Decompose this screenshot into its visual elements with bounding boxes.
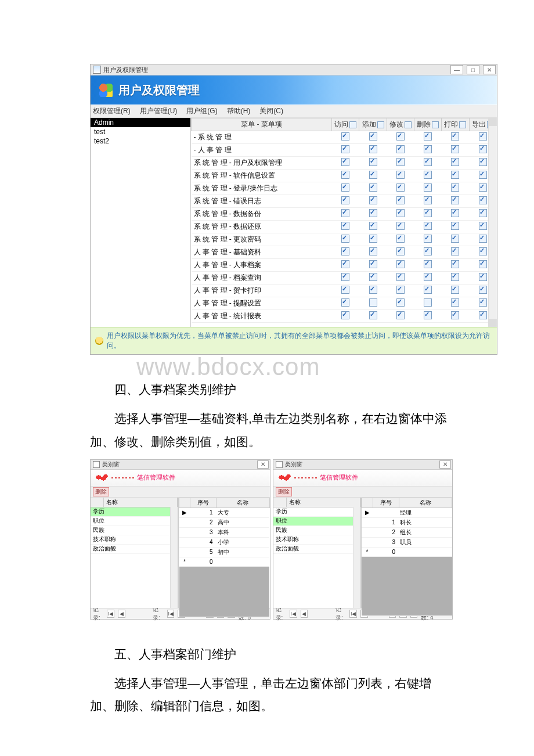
checkbox-icon[interactable] (396, 132, 405, 141)
permission-checkbox-cell[interactable] (359, 233, 387, 246)
value-row[interactable]: 1 科长 (362, 517, 452, 527)
permission-checkbox-cell[interactable] (387, 170, 414, 182)
permission-checkbox-cell[interactable] (332, 170, 359, 182)
checkbox-icon[interactable] (451, 298, 459, 307)
checkbox-icon[interactable] (341, 132, 349, 141)
checkbox-icon[interactable] (479, 298, 487, 307)
permission-checkbox-cell[interactable] (332, 272, 359, 285)
col-name-header[interactable]: 名称 (104, 498, 178, 507)
permission-checkbox-cell[interactable] (359, 259, 387, 272)
permission-checkbox-cell[interactable] (414, 285, 442, 297)
permission-checkbox-cell[interactable] (387, 285, 414, 297)
checkbox-icon[interactable] (369, 171, 377, 179)
delete-button[interactable]: 删除 (93, 487, 109, 496)
permission-checkbox-cell[interactable] (332, 310, 359, 323)
permission-checkbox-cell[interactable] (359, 272, 387, 285)
permission-checkbox-cell[interactable] (332, 233, 359, 246)
permission-checkbox-cell[interactable] (414, 310, 442, 323)
nav-first-button[interactable]: I◀ (290, 610, 297, 618)
checkbox-icon[interactable] (451, 273, 459, 281)
col-visit[interactable]: 访问 (332, 118, 359, 131)
value-row[interactable]: 4 小学 (179, 537, 270, 547)
checkbox-icon[interactable] (479, 222, 487, 230)
permission-checkbox-cell[interactable] (414, 221, 442, 233)
menu-help[interactable]: 帮助(H) (227, 106, 251, 116)
permission-checkbox-cell[interactable] (359, 310, 387, 323)
checkbox-icon[interactable] (479, 145, 487, 153)
checkbox-icon[interactable] (341, 273, 349, 281)
permission-checkbox-cell[interactable] (414, 246, 442, 259)
permission-checkbox-cell[interactable] (359, 144, 387, 157)
category-item[interactable]: 职位 (91, 517, 178, 526)
permission-checkbox-cell[interactable] (359, 157, 387, 170)
checkbox-icon[interactable] (369, 235, 377, 243)
checkbox-icon[interactable] (451, 235, 459, 243)
checkbox-icon[interactable] (341, 209, 349, 217)
permission-checkbox-cell[interactable] (359, 131, 387, 144)
permission-checkbox-cell[interactable] (442, 208, 469, 221)
permission-checkbox-cell[interactable] (442, 195, 469, 208)
nav-first-button-2[interactable]: I◀ (349, 610, 357, 618)
permission-checkbox-cell[interactable] (442, 259, 469, 272)
checkbox-icon[interactable] (479, 183, 487, 192)
checkbox-icon[interactable] (369, 132, 377, 141)
checkbox-icon[interactable] (369, 222, 377, 230)
checkbox-icon[interactable] (341, 171, 349, 179)
checkbox-icon[interactable] (451, 158, 459, 166)
checkbox-icon[interactable] (479, 311, 487, 319)
checkbox-icon[interactable] (341, 247, 349, 255)
col-name[interactable]: 名称 (217, 498, 270, 507)
checkbox-icon[interactable] (451, 286, 459, 294)
checkbox-icon[interactable] (369, 260, 377, 268)
checkbox-icon[interactable] (424, 158, 432, 166)
permission-checkbox-cell[interactable] (332, 208, 359, 221)
menu-group[interactable]: 用户组(G) (186, 106, 217, 116)
permission-checkbox-cell[interactable] (414, 233, 442, 246)
category-item[interactable]: 技术职称 (273, 535, 360, 545)
checkbox-icon[interactable] (341, 235, 349, 243)
menu-permission[interactable]: 权限管理(R) (93, 106, 131, 116)
vertical-scrollbar[interactable] (353, 507, 360, 608)
permission-checkbox-cell[interactable] (387, 157, 414, 170)
vertical-scrollbar[interactable] (488, 118, 497, 327)
category-item[interactable]: 政治面貌 (273, 545, 360, 554)
checkbox-icon[interactable] (424, 311, 432, 319)
checkbox-icon[interactable] (396, 273, 405, 281)
checkbox-icon[interactable] (369, 145, 377, 153)
permission-checkbox-cell[interactable] (387, 221, 414, 233)
permission-checkbox-cell[interactable] (442, 131, 469, 144)
value-row[interactable]: 5 初中 (179, 547, 270, 557)
checkbox-icon[interactable] (396, 247, 405, 255)
permission-checkbox-cell[interactable] (414, 259, 442, 272)
permission-checkbox-cell[interactable] (332, 157, 359, 170)
user-list[interactable]: Admintesttest2 (91, 118, 191, 327)
checkbox-icon[interactable] (369, 209, 377, 217)
value-grid[interactable]: 序号 名称 ▶ 经理 1 科长 2 组长 3 职员 * 0 (362, 498, 453, 608)
permission-checkbox-cell[interactable] (442, 233, 469, 246)
category-item[interactable]: 民族 (91, 526, 178, 535)
checkbox-icon[interactable] (424, 298, 432, 307)
category-item[interactable]: 学历 (91, 507, 178, 517)
permission-checkbox-cell[interactable] (387, 259, 414, 272)
value-row[interactable]: * 0 (179, 557, 270, 566)
permission-checkbox-cell[interactable] (359, 208, 387, 221)
permission-checkbox-cell[interactable] (442, 157, 469, 170)
checkbox-icon[interactable] (341, 158, 349, 166)
checkbox-icon[interactable] (424, 196, 432, 204)
permission-checkbox-cell[interactable] (442, 246, 469, 259)
checkbox-icon[interactable] (424, 273, 432, 281)
vertical-scrollbar[interactable] (170, 507, 178, 608)
checkbox-icon[interactable] (369, 286, 377, 294)
checkbox-icon[interactable] (424, 235, 432, 243)
checkbox-icon[interactable] (479, 158, 487, 166)
permission-checkbox-cell[interactable] (442, 182, 469, 195)
permission-checkbox-cell[interactable] (414, 157, 442, 170)
checkbox-icon[interactable] (451, 222, 459, 230)
checkbox-icon[interactable] (479, 132, 487, 141)
checkbox-icon[interactable] (479, 171, 487, 179)
permission-checkbox-cell[interactable] (332, 131, 359, 144)
permission-checkbox-cell[interactable] (414, 131, 442, 144)
checkbox-icon[interactable] (369, 311, 377, 319)
checkbox-icon[interactable] (396, 260, 405, 268)
permission-checkbox-cell[interactable] (359, 170, 387, 182)
